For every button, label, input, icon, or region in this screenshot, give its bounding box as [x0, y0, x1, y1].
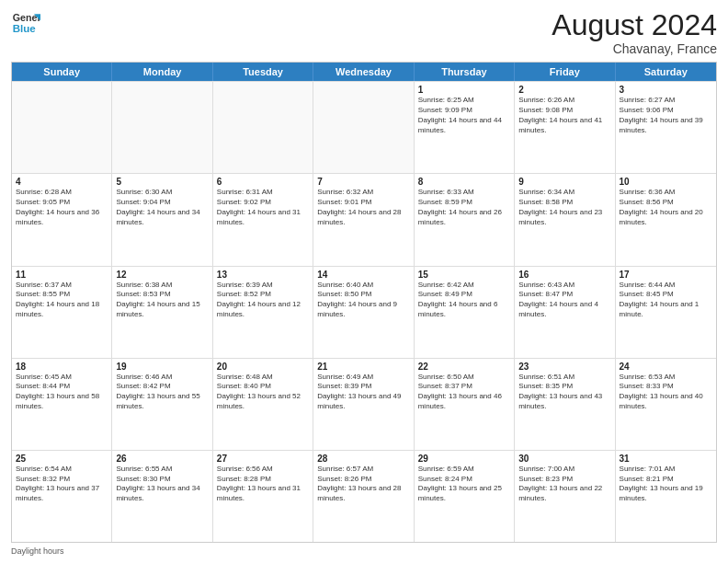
cell-text: Sunrise: 6:43 AMSunset: 8:47 PMDaylight:…	[518, 281, 610, 320]
cal-cell: 28Sunrise: 6:57 AMSunset: 8:26 PMDayligh…	[313, 451, 414, 542]
cal-cell: 23Sunrise: 6:51 AMSunset: 8:35 PMDayligh…	[515, 359, 615, 450]
cal-cell: 2Sunrise: 6:26 AMSunset: 9:08 PMDaylight…	[515, 82, 615, 173]
cal-cell: 3Sunrise: 6:27 AMSunset: 9:06 PMDaylight…	[616, 82, 716, 173]
cal-cell: 22Sunrise: 6:50 AMSunset: 8:37 PMDayligh…	[415, 359, 515, 450]
cal-cell: 5Sunrise: 6:30 AMSunset: 9:04 PMDaylight…	[112, 174, 212, 265]
footer: Daylight hours	[11, 546, 717, 556]
day-number: 9	[518, 177, 610, 187]
day-number: 6	[217, 177, 309, 187]
cal-cell: 21Sunrise: 6:49 AMSunset: 8:39 PMDayligh…	[313, 359, 414, 450]
day-number: 17	[620, 270, 712, 280]
cell-text: Sunrise: 6:38 AMSunset: 8:53 PMDaylight:…	[116, 281, 208, 320]
day-number: 4	[16, 177, 108, 187]
cal-cell: 18Sunrise: 6:45 AMSunset: 8:44 PMDayligh…	[12, 359, 112, 450]
cell-text: Sunrise: 6:28 AMSunset: 9:05 PMDaylight:…	[16, 188, 108, 227]
day-number: 7	[317, 177, 409, 187]
cal-cell: 31Sunrise: 7:01 AMSunset: 8:21 PMDayligh…	[616, 451, 716, 542]
cal-header-cell-thursday: Thursday	[415, 63, 515, 81]
cal-cell: 7Sunrise: 6:32 AMSunset: 9:01 PMDaylight…	[313, 174, 414, 265]
cal-header-cell-friday: Friday	[515, 63, 615, 81]
day-number: 14	[317, 270, 409, 280]
daylight-label: Daylight hours	[11, 546, 64, 556]
title-block: August 2024 Chavanay, France	[552, 9, 717, 56]
cell-text: Sunrise: 6:40 AMSunset: 8:50 PMDaylight:…	[317, 281, 409, 320]
day-number: 19	[116, 362, 208, 372]
logo: General Blue General Blue	[11, 9, 40, 39]
cell-text: Sunrise: 6:44 AMSunset: 8:45 PMDaylight:…	[620, 281, 712, 320]
cal-row-3: 18Sunrise: 6:45 AMSunset: 8:44 PMDayligh…	[12, 358, 716, 450]
day-number: 23	[518, 362, 610, 372]
cell-text: Sunrise: 6:42 AMSunset: 8:49 PMDaylight:…	[418, 281, 510, 320]
svg-text:General: General	[13, 12, 40, 23]
cal-header-cell-wednesday: Wednesday	[313, 63, 414, 81]
day-number: 24	[620, 362, 712, 372]
cal-row-0: 1Sunrise: 6:25 AMSunset: 9:09 PMDaylight…	[12, 81, 716, 173]
cal-header-cell-saturday: Saturday	[616, 63, 716, 81]
cal-cell	[213, 82, 313, 173]
cal-cell: 16Sunrise: 6:43 AMSunset: 8:47 PMDayligh…	[515, 267, 615, 358]
cal-cell: 17Sunrise: 6:44 AMSunset: 8:45 PMDayligh…	[616, 267, 716, 358]
logo-icon: General Blue	[11, 9, 40, 39]
cal-header-cell-sunday: Sunday	[12, 63, 112, 81]
cell-text: Sunrise: 6:51 AMSunset: 8:35 PMDaylight:…	[518, 373, 610, 412]
cell-text: Sunrise: 6:59 AMSunset: 8:24 PMDaylight:…	[418, 465, 510, 504]
cell-text: Sunrise: 6:50 AMSunset: 8:37 PMDaylight:…	[418, 373, 510, 412]
cell-text: Sunrise: 6:48 AMSunset: 8:40 PMDaylight:…	[217, 373, 309, 412]
cell-text: Sunrise: 6:49 AMSunset: 8:39 PMDaylight:…	[317, 373, 409, 412]
cell-text: Sunrise: 6:57 AMSunset: 8:26 PMDaylight:…	[317, 465, 409, 504]
day-number: 8	[418, 177, 510, 187]
cal-cell: 25Sunrise: 6:54 AMSunset: 8:32 PMDayligh…	[12, 451, 112, 542]
page: General Blue General Blue August 2024 Ch…	[0, 0, 728, 563]
cell-text: Sunrise: 7:01 AMSunset: 8:21 PMDaylight:…	[620, 465, 712, 504]
cal-cell: 6Sunrise: 6:31 AMSunset: 9:02 PMDaylight…	[213, 174, 313, 265]
cell-text: Sunrise: 6:39 AMSunset: 8:52 PMDaylight:…	[217, 281, 309, 320]
cell-text: Sunrise: 6:25 AMSunset: 9:09 PMDaylight:…	[418, 96, 510, 135]
day-number: 31	[620, 454, 712, 464]
cell-text: Sunrise: 6:45 AMSunset: 8:44 PMDaylight:…	[16, 373, 108, 412]
day-number: 11	[16, 270, 108, 280]
cell-text: Sunrise: 6:46 AMSunset: 8:42 PMDaylight:…	[116, 373, 208, 412]
day-number: 10	[620, 177, 712, 187]
cell-text: Sunrise: 6:30 AMSunset: 9:04 PMDaylight:…	[116, 188, 208, 227]
day-number: 25	[16, 454, 108, 464]
cal-cell	[112, 82, 212, 173]
day-number: 20	[217, 362, 309, 372]
cal-cell: 14Sunrise: 6:40 AMSunset: 8:50 PMDayligh…	[313, 267, 414, 358]
cell-text: Sunrise: 6:37 AMSunset: 8:55 PMDaylight:…	[16, 281, 108, 320]
cal-row-1: 4Sunrise: 6:28 AMSunset: 9:05 PMDaylight…	[12, 173, 716, 265]
day-number: 16	[518, 270, 610, 280]
cal-row-2: 11Sunrise: 6:37 AMSunset: 8:55 PMDayligh…	[12, 266, 716, 358]
cell-text: Sunrise: 6:53 AMSunset: 8:33 PMDaylight:…	[620, 373, 712, 412]
cal-cell: 12Sunrise: 6:38 AMSunset: 8:53 PMDayligh…	[112, 267, 212, 358]
cal-header-cell-monday: Monday	[112, 63, 212, 81]
cal-cell: 4Sunrise: 6:28 AMSunset: 9:05 PMDaylight…	[12, 174, 112, 265]
calendar-header: SundayMondayTuesdayWednesdayThursdayFrid…	[12, 63, 716, 81]
cell-text: Sunrise: 6:54 AMSunset: 8:32 PMDaylight:…	[16, 465, 108, 504]
day-number: 27	[217, 454, 309, 464]
day-number: 2	[518, 85, 610, 95]
cal-cell: 26Sunrise: 6:55 AMSunset: 8:30 PMDayligh…	[112, 451, 212, 542]
cell-text: Sunrise: 6:36 AMSunset: 8:56 PMDaylight:…	[620, 188, 712, 227]
day-number: 15	[418, 270, 510, 280]
calendar: SundayMondayTuesdayWednesdayThursdayFrid…	[11, 62, 717, 543]
day-number: 22	[418, 362, 510, 372]
svg-text:Blue: Blue	[13, 23, 37, 34]
day-number: 28	[317, 454, 409, 464]
cal-row-4: 25Sunrise: 6:54 AMSunset: 8:32 PMDayligh…	[12, 450, 716, 542]
cell-text: Sunrise: 6:34 AMSunset: 8:58 PMDaylight:…	[518, 188, 610, 227]
cal-cell: 11Sunrise: 6:37 AMSunset: 8:55 PMDayligh…	[12, 267, 112, 358]
cal-cell: 24Sunrise: 6:53 AMSunset: 8:33 PMDayligh…	[616, 359, 716, 450]
cal-cell: 27Sunrise: 6:56 AMSunset: 8:28 PMDayligh…	[213, 451, 313, 542]
cal-cell: 8Sunrise: 6:33 AMSunset: 8:59 PMDaylight…	[415, 174, 515, 265]
cal-cell: 29Sunrise: 6:59 AMSunset: 8:24 PMDayligh…	[415, 451, 515, 542]
cal-cell: 20Sunrise: 6:48 AMSunset: 8:40 PMDayligh…	[213, 359, 313, 450]
cal-cell: 13Sunrise: 6:39 AMSunset: 8:52 PMDayligh…	[213, 267, 313, 358]
day-number: 30	[518, 454, 610, 464]
cell-text: Sunrise: 7:00 AMSunset: 8:23 PMDaylight:…	[518, 465, 610, 504]
day-number: 26	[116, 454, 208, 464]
cell-text: Sunrise: 6:33 AMSunset: 8:59 PMDaylight:…	[418, 188, 510, 227]
cal-cell: 1Sunrise: 6:25 AMSunset: 9:09 PMDaylight…	[415, 82, 515, 173]
day-number: 5	[116, 177, 208, 187]
day-number: 1	[418, 85, 510, 95]
day-number: 3	[620, 85, 712, 95]
